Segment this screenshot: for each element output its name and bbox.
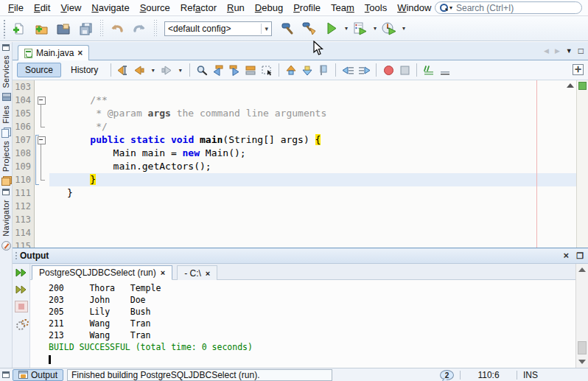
line-number[interactable]: 108 [13, 147, 31, 160]
code-line[interactable] [49, 80, 576, 94]
code-line[interactable]: } [49, 173, 576, 186]
menu-run[interactable]: Run [222, 1, 250, 15]
undo-button[interactable] [108, 19, 127, 38]
split-editor-icon[interactable]: ✛ [573, 64, 584, 75]
open-project-button[interactable] [54, 19, 73, 38]
line-number-gutter[interactable]: 103104105106107108109110111112113114115 [13, 80, 35, 248]
search-box[interactable]: ▾ [435, 1, 582, 14]
code-line[interactable]: public static void main(String[] args) { [49, 133, 576, 147]
code-line[interactable] [49, 213, 576, 226]
profile-project-button[interactable] [379, 19, 399, 38]
output-tab-c-drive[interactable]: - C:\ × [177, 265, 217, 280]
code-line[interactable]: /** [49, 94, 576, 107]
toggle-highlight-button[interactable] [243, 63, 258, 77]
projects-icon[interactable] [1, 176, 11, 184]
scroll-tabs-right-icon[interactable]: ▶ [555, 47, 560, 55]
output-tab-close-icon[interactable]: × [161, 268, 165, 277]
output-grip[interactable] [14, 251, 18, 261]
navigate-forward-button[interactable] [159, 63, 174, 77]
output-close-icon[interactable]: × [564, 251, 570, 260]
search-dropdown-icon[interactable]: ▾ [449, 4, 452, 11]
tab-close-icon[interactable]: × [77, 49, 83, 57]
menu-file[interactable]: File [3, 1, 29, 15]
sidebar-item-navigator[interactable]: Navigator [1, 200, 10, 237]
code-line[interactable]: Main main = new Main(); [49, 147, 576, 160]
profile-dropdown-icon[interactable]: ▾ [402, 25, 405, 32]
fold-collapse-icon[interactable] [35, 94, 49, 107]
no-errors-indicator[interactable] [578, 82, 587, 90]
scroll-up-icon[interactable] [578, 268, 586, 272]
notifications-badge[interactable]: 2 [440, 370, 454, 380]
maximize-window-icon[interactable]: □ [578, 46, 584, 56]
find-previous-button[interactable] [211, 63, 225, 77]
code-line[interactable] [49, 240, 576, 248]
output-scrollbar[interactable] [575, 264, 588, 368]
search-input[interactable] [456, 3, 577, 13]
save-all-button[interactable] [76, 19, 95, 38]
new-file-button[interactable] [10, 19, 29, 38]
previous-bookmark-button[interactable] [284, 63, 298, 77]
source-view-button[interactable]: Source [17, 63, 61, 77]
history-view-button[interactable]: History [63, 63, 106, 77]
line-number[interactable]: 110 [13, 173, 31, 186]
dock-window-icon[interactable] [2, 371, 10, 378]
toolbar-grip[interactable] [2, 18, 6, 38]
line-number[interactable]: 103 [13, 80, 31, 94]
shift-right-button[interactable] [357, 63, 371, 77]
sidebar-item-services[interactable]: Services [1, 55, 10, 88]
back-dropdown-icon[interactable]: ▾ [148, 63, 158, 77]
menu-profile[interactable]: Profile [288, 1, 326, 15]
output-tab-close-icon[interactable]: × [206, 269, 210, 278]
error-stripe[interactable] [576, 80, 588, 248]
toggle-bookmark-button[interactable] [316, 63, 331, 77]
fold-collapse-icon[interactable] [35, 133, 49, 147]
run-project-button[interactable] [322, 19, 341, 38]
dock-window-icon[interactable] [2, 44, 10, 51]
tab-main-java[interactable]: Main.java × [18, 45, 89, 60]
code-line[interactable] [49, 200, 576, 213]
services-icon[interactable] [1, 93, 10, 101]
line-number[interactable]: 112 [13, 200, 31, 213]
uncomment-button[interactable] [438, 63, 452, 77]
next-bookmark-button[interactable] [300, 63, 315, 77]
start-macro-recording-button[interactable] [381, 63, 396, 77]
rectangular-selection-button[interactable] [259, 63, 274, 77]
line-number[interactable]: 114 [13, 226, 31, 240]
clean-and-build-button[interactable] [300, 19, 319, 38]
menu-debug[interactable]: Debug [250, 1, 288, 15]
code-area[interactable]: /** * @param args the command line argum… [49, 80, 576, 248]
menu-view[interactable]: View [55, 1, 86, 15]
output-console[interactable]: 200 Thora Temple203 John Doe205 Lily Bus… [30, 280, 575, 368]
code-line[interactable]: } [49, 186, 576, 200]
menu-team[interactable]: Team [326, 1, 360, 15]
code-editor[interactable]: 103104105106107108109110111112113114115 … [13, 80, 588, 248]
menu-tools[interactable]: Tools [360, 1, 392, 15]
find-selection-button[interactable] [195, 63, 209, 77]
menu-edit[interactable]: Edit [29, 1, 55, 15]
code-line[interactable]: */ [49, 120, 576, 133]
line-number[interactable]: 106 [13, 120, 31, 133]
last-edit-position-button[interactable] [116, 63, 130, 77]
code-line[interactable]: * @param args the command line arguments [49, 107, 576, 120]
navigate-back-button[interactable] [132, 63, 147, 77]
menu-navigate[interactable]: Navigate [86, 1, 134, 15]
code-line[interactable] [49, 226, 576, 240]
forward-dropdown-icon[interactable]: ▾ [175, 63, 185, 77]
shift-left-button[interactable] [340, 63, 355, 77]
sidebar-item-projects[interactable]: Projects [1, 141, 10, 172]
menu-source[interactable]: Source [135, 1, 175, 15]
build-project-button[interactable] [278, 19, 297, 38]
scroll-down-icon[interactable] [578, 360, 586, 364]
output-float-icon[interactable]: ❐ [576, 251, 584, 260]
output-toggle-button[interactable]: Output [13, 369, 63, 381]
line-number[interactable]: 113 [13, 213, 31, 226]
find-next-button[interactable] [227, 63, 242, 77]
scroll-tabs-left-icon[interactable]: ◀ [544, 47, 549, 55]
line-number[interactable]: 107 [13, 133, 31, 147]
rerun-with-params-button[interactable] [15, 284, 28, 296]
ant-settings-button[interactable] [15, 318, 28, 329]
redo-button[interactable] [130, 19, 149, 38]
navigator-compass-icon[interactable] [1, 241, 11, 251]
menu-refactor[interactable]: Refactor [175, 1, 222, 15]
comment-button[interactable] [421, 63, 436, 77]
